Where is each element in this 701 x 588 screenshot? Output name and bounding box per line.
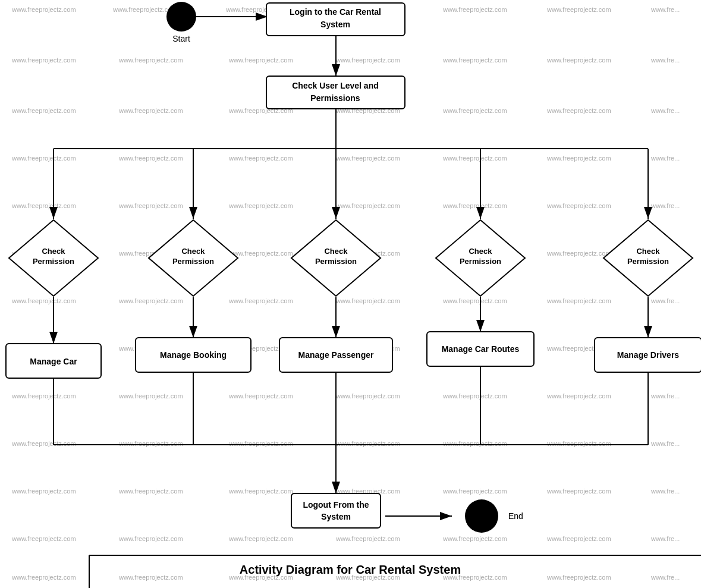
diamond-2-label1: Check xyxy=(181,247,205,256)
login-label-line1: Login to the Car Rental xyxy=(290,7,381,17)
diagram-title: Activity Diagram for Car Rental System xyxy=(240,563,461,576)
diamond-4-label1: Check xyxy=(469,247,492,256)
logout-label1: Logout From the xyxy=(303,500,369,510)
check-user-label2: Permissions xyxy=(310,93,360,103)
diagram-container: www.freeprojectz.com www.freeprojectz.co… xyxy=(0,0,701,588)
logout-label2: System xyxy=(321,512,351,521)
manage-drivers-label: Manage Drivers xyxy=(617,350,679,360)
diamond-3-label2: Permission xyxy=(315,257,357,266)
manage-passenger-label: Manage Passenger xyxy=(298,350,374,360)
manage-car-routes-label: Manage Car Routes xyxy=(442,344,520,354)
diamond-1-label2: Permission xyxy=(33,257,74,266)
diamond-4-label2: Permission xyxy=(460,257,501,266)
login-label-line2: System xyxy=(320,20,350,29)
start-circle xyxy=(166,2,196,32)
diamond-5-label2: Permission xyxy=(627,257,669,266)
diamond-5-label1: Check xyxy=(636,247,660,256)
activity-diagram: Start Login to the Car Rental System Che… xyxy=(0,0,701,588)
logout-box xyxy=(291,493,381,528)
start-label: Start xyxy=(172,34,190,43)
diamond-2-label2: Permission xyxy=(172,257,214,266)
end-circle xyxy=(465,499,498,533)
manage-booking-label: Manage Booking xyxy=(160,350,227,360)
check-user-label1: Check User Level and xyxy=(292,81,379,90)
diamond-1-label1: Check xyxy=(42,247,65,256)
diamond-3-label1: Check xyxy=(324,247,348,256)
end-label: End xyxy=(508,511,523,521)
manage-car-label: Manage Car xyxy=(30,357,77,366)
